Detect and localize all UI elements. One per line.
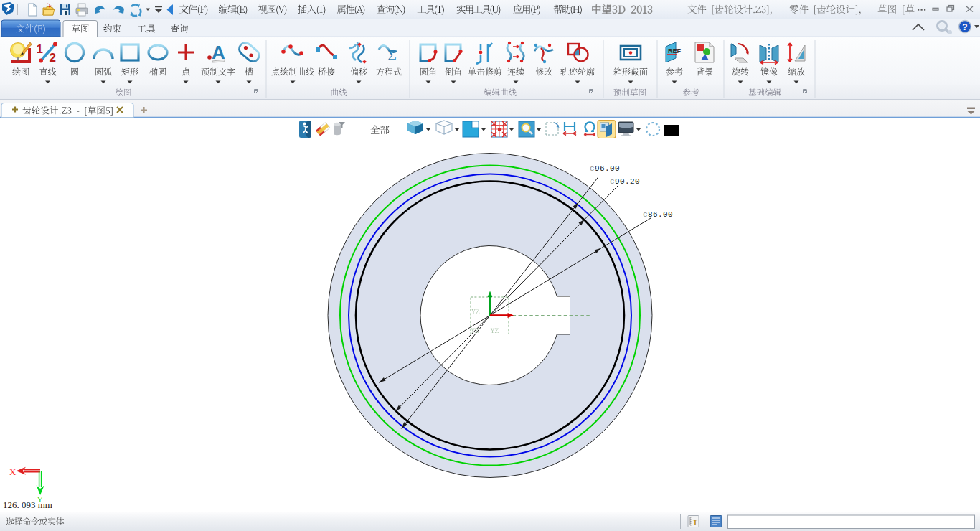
svg-text:c86.00: c86.00 [643,210,673,219]
svg-text:REF: REF [668,47,682,55]
svg-text:126. 093 mm: 126. 093 mm [3,499,52,510]
svg-text:X: X [9,466,17,477]
svg-text:c96.00: c96.00 [590,164,620,173]
svg-text:c90.20: c90.20 [610,177,640,186]
svg-text:1: 1 [37,42,43,56]
svg-text:Σ: Σ [387,46,397,64]
svg-text:2: 2 [50,51,56,65]
svg-text:T: T [693,519,697,527]
svg-text:?: ? [962,22,967,32]
